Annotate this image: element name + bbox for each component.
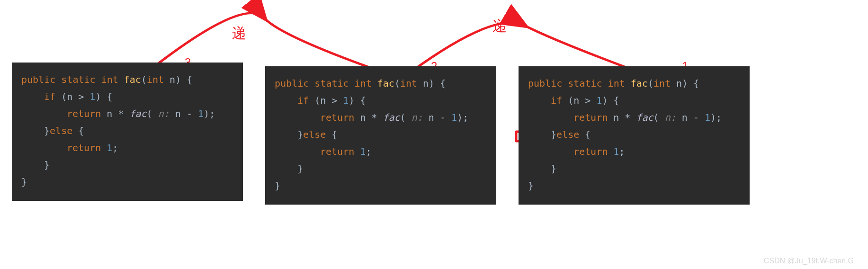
code-line: return n * fac( n: n - 1); [528,109,740,126]
code-line: if (n > 1) { [528,92,740,109]
arrow-1 [152,13,265,69]
code-block-2: public static int fac(int n) { if (n > 1… [265,66,496,205]
code-line: return n * fac( n: n - 1); [275,109,487,126]
label-di-1: 递 [232,24,246,43]
code-line: return 1; [275,143,487,160]
code-line: public static int fac(int n) { [528,75,740,92]
code-line: if (n > 1) { [275,92,487,109]
code-line: }else { [21,122,233,139]
code-line: return 1; [528,143,740,160]
code-line: }else { [275,126,487,143]
code-line: } [528,160,740,177]
code-line: } [528,177,740,194]
code-line: }else { [528,126,740,143]
watermark: CSDN @Ju_19t.W-cheri.G [764,257,854,265]
code-block-1: public static int fac(int n) { if (n > 1… [12,63,243,201]
code-line: if (n > 1) { [21,88,233,105]
code-line: public static int fac(int n) { [275,75,487,92]
code-line: return 1; [21,139,233,156]
code-line: public static int fac(int n) { [21,71,233,88]
code-line: } [21,173,233,190]
code-block-3: public static int fac(int n) { if (n > 1… [519,66,750,205]
arrow-2 [412,23,526,71]
code-line: } [21,156,233,173]
label-di-2: 递 [492,17,507,36]
code-line: } [275,177,487,194]
code-line: return n * fac( n: n - 1); [21,105,233,122]
code-line: } [275,160,487,177]
